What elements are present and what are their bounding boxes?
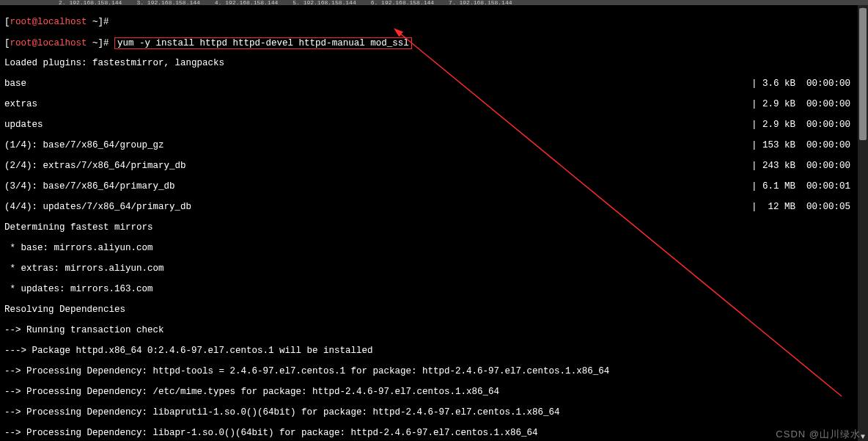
tab[interactable]: 3. 192.168.158.144 — [136, 0, 199, 5]
output-line: --> Processing Dependency: libaprutil-1.… — [4, 407, 864, 418]
output-line: (2/4): extras/7/x86_64/primary_db| 243 k… — [4, 161, 864, 171]
output-line: Resolving Dependencies — [4, 305, 864, 315]
output-line: (3/4): base/7/x86_64/primary_db| 6.1 MB … — [4, 181, 864, 192]
highlighted-command: yum -y install httpd httpd-devel httpd-m… — [114, 37, 412, 49]
scrollbar-thumb[interactable] — [859, 8, 867, 140]
prompt-host: localhost — [37, 17, 87, 27]
tab-bar[interactable]: 2. 192.168.158.144 3. 192.168.158.144 4.… — [0, 0, 868, 5]
prompt-line: [root@localhost ~]# — [4, 17, 864, 27]
output-line: base| 3.6 kB 00:00:00 — [4, 79, 864, 89]
prompt-user: root — [10, 17, 32, 27]
tab[interactable]: 6. 192.168.158.144 — [371, 0, 434, 5]
output-line: --> Processing Dependency: libapr-1.so.0… — [4, 428, 864, 438]
vertical-scrollbar[interactable]: ▲ ▼ — [858, 5, 868, 441]
output-line: --> Processing Dependency: /etc/mime.typ… — [4, 387, 864, 397]
output-line: Determining fastest mirrors — [4, 222, 864, 233]
command-line: [root@localhost ~]# yum -y install httpd… — [4, 37, 864, 48]
terminal-output[interactable]: [root@localhost ~]# [root@localhost ~]# … — [0, 5, 868, 441]
output-line: --> Processing Dependency: httpd-tools =… — [4, 366, 864, 376]
output-line: Loaded plugins: fastestmirror, langpacks — [4, 58, 864, 68]
output-line: * extras: mirrors.aliyun.com — [4, 263, 864, 274]
output-line: (1/4): base/7/x86_64/group_gz| 153 kB 00… — [4, 140, 864, 150]
output-line: (4/4): updates/7/x86_64/primary_db| 12 M… — [4, 202, 864, 212]
tab[interactable]: 7. 192.168.158.144 — [449, 0, 512, 5]
output-line: * base: mirrors.aliyun.com — [4, 243, 864, 253]
output-line: ---> Package httpd.x86_64 0:2.4.6-97.el7… — [4, 346, 864, 356]
tab[interactable]: 4. 192.168.158.144 — [215, 0, 278, 5]
tab[interactable]: 5. 192.168.158.144 — [293, 0, 356, 5]
output-line: --> Running transaction check — [4, 325, 864, 335]
output-line: extras| 2.9 kB 00:00:00 — [4, 99, 864, 109]
output-line: * updates: mirrors.163.com — [4, 284, 864, 294]
output-line: updates| 2.9 kB 00:00:00 — [4, 120, 864, 130]
watermark: CSDN @山川绿水 — [776, 429, 861, 440]
tab[interactable]: 2. 192.168.158.144 — [59, 0, 122, 5]
